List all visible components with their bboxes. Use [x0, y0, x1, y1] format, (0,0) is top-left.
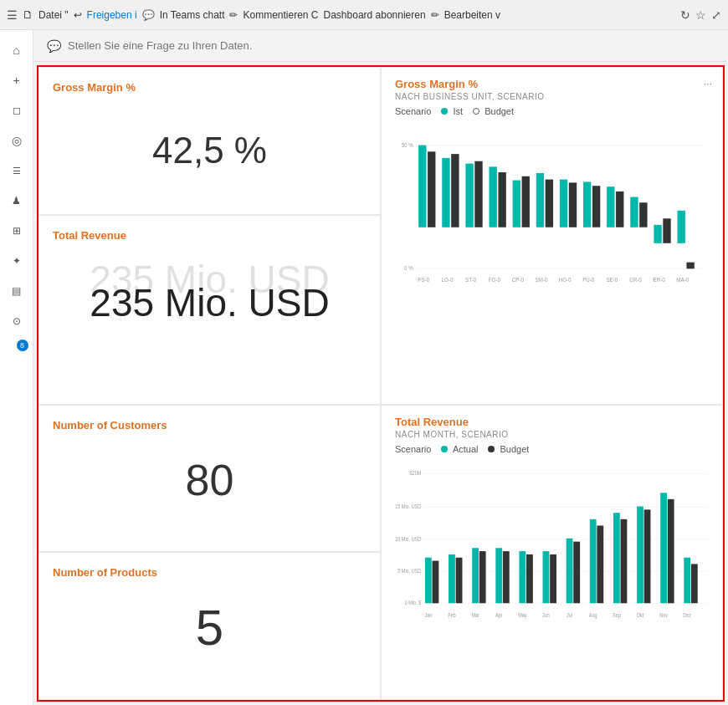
top-bar: ☰ 🗋 Datei " ↩ Freigeben i 💬 In Teams cha…	[0, 0, 728, 30]
svg-rect-69	[644, 509, 651, 603]
gross-margin-chart-subtitle: NACH BUSINESS UNIT, SCENARIO	[395, 92, 709, 101]
svg-rect-54	[472, 548, 479, 603]
svg-text:15 Mio. USD: 15 Mio. USD	[395, 503, 422, 509]
refresh-icon[interactable]: ↻	[680, 8, 690, 22]
search-input[interactable]	[68, 39, 715, 52]
sidebar-target[interactable]: ◎	[3, 127, 30, 154]
svg-rect-20	[607, 186, 614, 227]
sidebar-page[interactable]: ▤	[3, 278, 30, 304]
svg-rect-56	[495, 548, 502, 603]
svg-rect-7	[451, 154, 459, 227]
svg-rect-14	[536, 173, 544, 227]
svg-rect-8	[465, 164, 473, 227]
customers-title: Number of Customers	[53, 419, 367, 432]
svg-rect-4	[418, 146, 426, 227]
teams-icon: 💬	[142, 9, 155, 21]
comment-icon: ✏	[229, 9, 238, 21]
svg-rect-15	[546, 180, 553, 227]
sidebar-grid[interactable]: ⊞	[3, 217, 30, 244]
products-value: 5	[53, 585, 367, 669]
svg-rect-27	[686, 263, 694, 269]
svg-rect-50	[425, 557, 432, 603]
svg-rect-65	[597, 525, 603, 603]
sidebar: ⌂ + ◻ ◎ ☰ ♟ ⊞ ✦ ▤ ⊙ 8	[0, 30, 33, 705]
customers-kpi-card: Number of Customers 80	[38, 405, 381, 553]
sidebar-explore[interactable]: ✦	[3, 248, 30, 274]
svg-rect-70	[660, 493, 667, 603]
comment-label[interactable]: Kommentieren C	[243, 9, 318, 21]
svg-text:PU-0: PU-0	[582, 277, 594, 284]
svg-rect-72	[684, 557, 690, 603]
total-revenue-chart-subtitle: NACH MONTH, SCENARIO	[395, 430, 709, 439]
total-revenue-value: 235 Mio. USD	[90, 280, 329, 325]
products-title: Number of Products	[53, 566, 367, 579]
subscribe-label[interactable]: Dashboard abonnieren	[324, 9, 426, 21]
svg-text:Jan: Jan	[424, 611, 432, 618]
edit-label[interactable]: Bearbeiten v	[444, 9, 500, 21]
menu-icon[interactable]: ☰	[7, 8, 18, 22]
svg-rect-66	[613, 513, 620, 603]
svg-text:ER-0: ER-0	[654, 277, 665, 284]
svg-rect-55	[479, 551, 486, 603]
tr-budget-legend: Budget	[488, 444, 529, 454]
gross-margin-chart-card: Gross Margin % NACH BUSINESS UNIT, SCENA…	[381, 67, 723, 405]
svg-text:FS-0: FS-0	[418, 277, 430, 284]
svg-rect-21	[616, 192, 623, 227]
sidebar-list[interactable]: ☰	[3, 157, 30, 184]
customers-value: 80	[53, 438, 367, 522]
svg-text:Feb: Feb	[448, 611, 456, 618]
sidebar-add[interactable]: +	[3, 67, 30, 94]
dashboard: Gross Margin % 42,5 % Total Revenue 235 …	[37, 65, 725, 702]
svg-rect-17	[569, 182, 577, 227]
sidebar-file[interactable]: ◻	[3, 97, 30, 124]
sidebar-circle[interactable]: ⊙	[3, 308, 30, 335]
svg-text:CP-0: CP-0	[512, 277, 524, 284]
svg-rect-5	[428, 151, 435, 227]
budget-dot-dark	[488, 446, 495, 452]
bookmark-icon[interactable]: ☆	[695, 8, 706, 22]
svg-rect-13	[522, 176, 530, 227]
total-revenue-chart-title: Total Revenue	[395, 416, 709, 428]
svg-rect-10	[490, 166, 497, 227]
svg-rect-16	[560, 180, 567, 227]
ist-label: Ist	[453, 106, 463, 116]
content-area: 💬 Gross Margin % 42,5 % Total Revenue 23…	[33, 30, 728, 705]
badge-count: 8	[17, 340, 28, 351]
svg-rect-64	[590, 519, 597, 602]
chart-more-button[interactable]: ···	[704, 78, 712, 89]
gross-margin-legend: Scenario Ist Budget	[395, 106, 709, 116]
total-revenue-chart-card: Total Revenue NACH MONTH, SCENARIO Scena…	[381, 405, 723, 701]
teams-label[interactable]: In Teams chatt	[160, 9, 225, 21]
gross-margin-value: 42,5 %	[53, 100, 367, 201]
bottom-left-kpi-column: Number of Customers 80 Number of Product…	[38, 405, 381, 701]
share-link[interactable]: Freigeben i	[87, 9, 137, 21]
svg-rect-61	[550, 554, 556, 602]
svg-text:Sep: Sep	[613, 611, 621, 618]
svg-text:ST-0: ST-0	[465, 277, 476, 284]
svg-rect-23	[639, 202, 647, 227]
products-kpi-card: Number of Products 5	[38, 552, 381, 700]
svg-text:Jun: Jun	[542, 611, 550, 618]
svg-rect-62	[567, 538, 573, 602]
svg-rect-52	[449, 554, 455, 602]
scenario-label: Scenario	[395, 106, 431, 116]
sidebar-home[interactable]: ⌂	[3, 37, 30, 64]
edit-icon: ✏	[431, 9, 439, 21]
svg-rect-59	[526, 554, 533, 602]
expand-icon[interactable]: ⤢	[711, 8, 721, 22]
gross-margin-bar-chart: 50 % 0 %	[395, 123, 709, 290]
svg-rect-19	[592, 186, 600, 227]
budget-label: Budget	[484, 106, 514, 116]
total-revenue-title: Total Revenue	[53, 229, 367, 242]
tr-budget-label: Budget	[500, 444, 530, 454]
svg-rect-6	[442, 158, 449, 227]
total-revenue-legend: Scenario Actual Budget	[395, 444, 709, 454]
gross-margin-svg: 50 % 0 %	[395, 123, 709, 290]
svg-text:Apr: Apr	[495, 611, 503, 618]
sidebar-person[interactable]: ♟	[3, 187, 30, 214]
svg-rect-58	[519, 551, 525, 603]
sidebar-badge[interactable]: 8	[3, 338, 30, 365]
svg-text:FO-0: FO-0	[489, 277, 500, 284]
svg-rect-71	[668, 498, 674, 602]
svg-text:0 %: 0 %	[404, 265, 413, 272]
